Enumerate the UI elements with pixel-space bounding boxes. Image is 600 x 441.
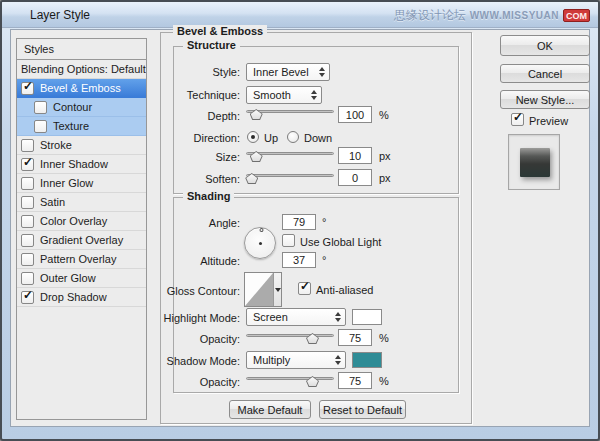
shading-title: Shading — [183, 190, 234, 202]
anti-aliased-checkbox[interactable]: ✓ — [298, 282, 311, 295]
style-toggle-checkbox[interactable]: ✓ — [21, 82, 34, 95]
make-default-button[interactable]: Make Default — [229, 400, 311, 419]
style-toggle-checkbox[interactable] — [21, 196, 34, 209]
style-item-label: Inner Glow — [40, 177, 93, 189]
highlight-opacity-unit: % — [379, 332, 389, 344]
depth-input[interactable]: 100 — [338, 106, 372, 123]
ok-button[interactable]: OK — [500, 35, 590, 56]
styles-list-item[interactable]: Pattern Overlay — [17, 250, 146, 269]
highlight-color-swatch[interactable] — [352, 309, 382, 325]
angle-dial[interactable] — [244, 227, 276, 259]
check-icon: ✓ — [23, 288, 33, 302]
gloss-contour-label: Gloss Contour: — [150, 285, 240, 297]
check-icon: ✓ — [23, 79, 33, 93]
size-unit: px — [379, 150, 391, 162]
angle-dial-knob[interactable] — [259, 228, 264, 233]
soften-label: Soften: — [165, 173, 240, 185]
anti-aliased-label: Anti-aliased — [316, 284, 373, 296]
preview-label: Preview — [529, 115, 568, 127]
style-toggle-checkbox[interactable]: ✓ — [21, 158, 34, 171]
reset-to-default-button[interactable]: Reset to Default — [319, 400, 406, 419]
style-toggle-checkbox[interactable] — [21, 139, 34, 152]
angle-label: Angle: — [165, 217, 240, 229]
gloss-contour-dropdown[interactable] — [273, 273, 281, 306]
style-item-label: Color Overlay — [40, 215, 107, 227]
direction-up-label: Up — [264, 132, 278, 144]
size-slider[interactable] — [246, 147, 334, 163]
highlight-mode-label: Highlight Mode: — [143, 312, 240, 324]
cancel-button[interactable]: Cancel — [500, 64, 590, 83]
shadow-color-swatch[interactable] — [352, 352, 382, 368]
watermark-badge: COM — [563, 9, 590, 22]
highlight-mode-select[interactable]: Screen — [246, 308, 346, 326]
size-input[interactable]: 10 — [338, 147, 372, 164]
soften-input[interactable]: 0 — [338, 169, 372, 186]
watermark-text: 思缘设计论坛 — [394, 7, 466, 24]
dropdown-arrows-icon — [331, 312, 345, 322]
depth-unit: % — [379, 109, 389, 121]
styles-list-item[interactable]: Texture — [17, 117, 146, 136]
style-toggle-checkbox[interactable] — [21, 215, 34, 228]
style-item-label: Satin — [40, 196, 65, 208]
highlight-opacity-input[interactable]: 75 — [338, 329, 372, 346]
style-toggle-checkbox[interactable] — [21, 253, 34, 266]
style-toggle-checkbox[interactable] — [21, 177, 34, 190]
soften-slider[interactable] — [246, 169, 334, 185]
styles-list-item[interactable]: ✓Inner Shadow — [17, 155, 146, 174]
styles-list-item[interactable]: Stroke — [17, 136, 146, 155]
shadow-opacity-label: Opacity: — [165, 376, 240, 388]
slider-track — [246, 377, 334, 380]
shadow-opacity-input[interactable]: 75 — [338, 372, 372, 389]
style-label: Style: — [165, 66, 240, 78]
technique-label: Technique: — [165, 89, 240, 101]
style-item-label: Outer Glow — [40, 272, 96, 284]
direction-down-label: Down — [304, 132, 332, 144]
angle-input[interactable]: 79 — [282, 214, 316, 230]
direction-up-radio[interactable] — [247, 131, 259, 143]
styles-list-item[interactable]: ✓Bevel & Emboss — [17, 79, 146, 98]
shadow-mode-select[interactable]: Multiply — [246, 351, 346, 369]
preview-panel — [508, 134, 560, 190]
dropdown-arrows-icon — [307, 90, 321, 100]
styles-list-item[interactable]: Outer Glow — [17, 269, 146, 288]
style-toggle-checkbox[interactable] — [21, 272, 34, 285]
angle-dial-center — [259, 242, 262, 245]
highlight-opacity-slider[interactable] — [246, 329, 334, 345]
direction-down-radio[interactable] — [287, 131, 299, 143]
gloss-contour-picker[interactable] — [244, 272, 282, 307]
panel-title: Bevel & Emboss — [173, 25, 267, 37]
styles-list-item[interactable]: Satin — [17, 193, 146, 212]
layer-style-dialog: Layer Style 思缘设计论坛 WWW.MISSYUAN COM Styl… — [0, 0, 600, 441]
shadow-opacity-slider[interactable] — [246, 372, 334, 388]
check-icon: ✓ — [23, 155, 33, 169]
styles-list-item[interactable]: Inner Glow — [17, 174, 146, 193]
titlebar[interactable]: Layer Style 思缘设计论坛 WWW.MISSYUAN COM — [2, 2, 598, 28]
styles-list-item[interactable]: Blending Options: Default — [17, 60, 146, 79]
style-item-label: Pattern Overlay — [40, 253, 116, 265]
slider-track — [246, 174, 334, 177]
style-toggle-checkbox[interactable] — [34, 101, 47, 114]
style-select[interactable]: Inner Bevel — [246, 63, 330, 81]
styles-list-item[interactable]: Color Overlay — [17, 212, 146, 231]
style-toggle-checkbox[interactable]: ✓ — [21, 291, 34, 304]
style-item-label: Stroke — [40, 139, 72, 151]
style-select-value: Inner Bevel — [253, 66, 315, 78]
styles-list-item[interactable]: Gradient Overlay — [17, 231, 146, 250]
use-global-light-checkbox[interactable] — [282, 234, 295, 247]
style-toggle-checkbox[interactable] — [34, 120, 47, 133]
styles-list-item[interactable]: ✓Drop Shadow — [17, 288, 146, 307]
size-label: Size: — [165, 151, 240, 163]
style-toggle-checkbox[interactable] — [21, 234, 34, 247]
altitude-input[interactable]: 37 — [282, 252, 316, 268]
structure-title: Structure — [183, 39, 240, 51]
technique-select-value: Smooth — [253, 89, 307, 101]
preview-checkbox[interactable]: ✓ — [511, 113, 524, 126]
technique-select[interactable]: Smooth — [246, 86, 322, 104]
new-style-button[interactable]: New Style... — [500, 90, 590, 109]
gloss-contour-thumbnail — [245, 273, 273, 306]
use-global-light-label: Use Global Light — [300, 236, 381, 248]
depth-slider[interactable] — [246, 105, 334, 121]
styles-list-item[interactable]: Contour — [17, 98, 146, 117]
styles-list: Blending Options: Default✓Bevel & Emboss… — [16, 60, 147, 420]
style-item-label: Gradient Overlay — [40, 234, 123, 246]
